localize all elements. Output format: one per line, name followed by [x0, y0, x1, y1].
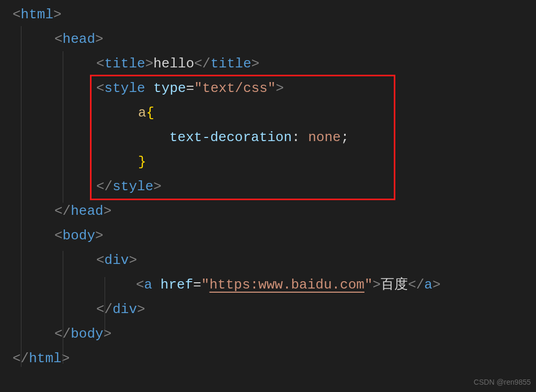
tag-div: div [105, 248, 129, 273]
code-line[interactable]: <style type="text/css"> [0, 76, 536, 101]
code-line[interactable]: <body> [0, 224, 536, 248]
code-line[interactable]: text-decoration: none; [0, 125, 536, 150]
code-line[interactable]: <div> [0, 248, 536, 273]
indent-guide [63, 51, 63, 203]
code-line[interactable]: </html> [0, 347, 536, 371]
link-text: 百度 [381, 273, 408, 297]
indent-guide [21, 26, 21, 367]
code-line[interactable]: } [0, 150, 536, 175]
watermark: CSDN @ren9855 [474, 376, 531, 389]
tag-title: title [105, 52, 145, 76]
code-line[interactable]: a{ [0, 101, 536, 125]
attr-type: type [153, 76, 186, 101]
tag-style: style [105, 76, 145, 101]
code-line[interactable]: </style> [0, 175, 536, 199]
attr-type-value: "text/css" [194, 76, 276, 101]
code-line[interactable]: </body> [0, 322, 536, 347]
open-brace: { [146, 101, 155, 125]
css-selector: a [138, 101, 146, 125]
css-property: text-decoration [169, 125, 292, 150]
code-line[interactable]: </head> [0, 199, 536, 224]
href-url: https:www.baidu.com [209, 273, 364, 297]
code-line[interactable]: <html> [0, 3, 536, 27]
css-value: none [308, 125, 340, 150]
indent-guide [105, 277, 105, 335]
code-line[interactable]: <title>hello</title> [0, 52, 536, 76]
attr-href: href [161, 273, 193, 297]
title-text: hello [153, 52, 194, 76]
code-editor[interactable]: <html> <head> <title>hello</title> <styl… [0, 0, 536, 371]
tag-head: head [63, 27, 95, 52]
code-line[interactable]: </div> [0, 297, 536, 322]
close-brace: } [138, 150, 146, 175]
code-line[interactable]: <a href="https:www.baidu.com">百度</a> [0, 273, 536, 297]
tag-a: a [144, 273, 153, 297]
code-line[interactable]: <head> [0, 27, 536, 52]
indent-guide [63, 251, 63, 364]
tag-body: body [63, 224, 95, 248]
tag-html: html [21, 3, 53, 27]
